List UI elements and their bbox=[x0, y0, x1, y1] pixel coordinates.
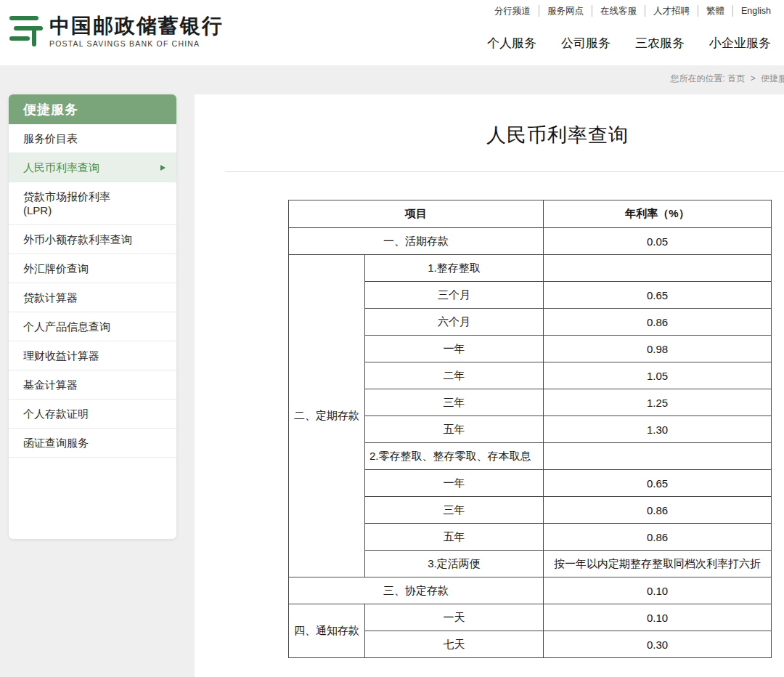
row-rate: 0.86 bbox=[544, 497, 772, 524]
table-header-row: 项目 年利率（%） bbox=[289, 200, 772, 228]
top-header: 中国邮政储蓄银行 POSTAL SAVINGS BANK OF CHINA 分行… bbox=[0, 0, 784, 65]
row-rate: 0.65 bbox=[544, 470, 772, 497]
sidebar-item-label: 个人产品信息查询 bbox=[23, 320, 110, 333]
sidebar-item-rmb-rates[interactable]: 人民币利率查询 bbox=[9, 153, 176, 182]
row-label: 六个月 bbox=[365, 309, 544, 336]
bank-name-chinese: 中国邮政储蓄银行 bbox=[49, 15, 224, 38]
row-rate: 1.05 bbox=[544, 362, 772, 389]
title-divider bbox=[225, 171, 784, 172]
row-label: 五年 bbox=[365, 416, 544, 443]
row-rate: 0.30 bbox=[544, 631, 772, 658]
nav-small-business-services[interactable]: 小企业服务 bbox=[709, 35, 771, 52]
interest-rate-table: 项目 年利率（%） 一、活期存款 0.05 二、定期存款 1.整存整取 三个月 … bbox=[288, 200, 772, 658]
row-label: 一年 bbox=[365, 336, 544, 362]
content-area: 您所在的位置: 首页 > 便捷服务 便捷服务 服务价目表 人民币利率查询 贷款市… bbox=[0, 65, 784, 677]
sidebar-item-lpr[interactable]: 贷款市场报价利率 (LPR) bbox=[9, 182, 176, 225]
sidebar-item-label: 理财收益计算器 bbox=[23, 349, 99, 362]
table-row: 二、定期存款 1.整存整取 bbox=[289, 255, 772, 282]
row-rate bbox=[544, 255, 772, 282]
row-rate: 按一年以内定期整存整取同档次利率打六折 bbox=[544, 551, 772, 577]
utility-links: 分行频道 服务网点 在线客服 人才招聘 繁體 English bbox=[486, 5, 771, 17]
row-label: 1.整存整取 bbox=[365, 255, 544, 282]
sidebar-item-wealth-calculator[interactable]: 理财收益计算器 bbox=[9, 341, 176, 370]
sidebar-item-label: 外汇牌价查询 bbox=[23, 262, 89, 275]
table-row: 四、通知存款 一天 0.10 bbox=[289, 604, 772, 631]
sidebar-item-label: 人民币利率查询 bbox=[23, 161, 99, 174]
sidebar-item-exchange-rates[interactable]: 外汇牌价查询 bbox=[9, 254, 176, 283]
row-rate: 0.10 bbox=[544, 577, 772, 604]
row-label: 三、协定存款 bbox=[289, 577, 544, 604]
sidebar-item-label: 贷款市场报价利率 (LPR) bbox=[23, 190, 110, 216]
top-link-recruitment[interactable]: 人才招聘 bbox=[645, 5, 698, 17]
table-row: 一、活期存款 0.05 bbox=[289, 228, 772, 255]
column-header-rate: 年利率（%） bbox=[544, 200, 772, 228]
row-label: 三年 bbox=[365, 389, 544, 416]
row-label: 2.零存整取、整存零取、存本取息 bbox=[365, 443, 544, 470]
sidebar-item-label: 个人存款证明 bbox=[23, 408, 89, 420]
row-rate: 1.25 bbox=[544, 389, 772, 416]
sidebar-item-price-list[interactable]: 服务价目表 bbox=[9, 124, 176, 153]
psbc-logo-icon bbox=[6, 10, 44, 52]
top-link-online-service[interactable]: 在线客服 bbox=[592, 5, 645, 17]
bank-name-english: POSTAL SAVINGS BANK OF CHINA bbox=[49, 39, 224, 48]
nav-rural-services[interactable]: 三农服务 bbox=[635, 35, 685, 52]
sidebar-item-label: 服务价目表 bbox=[23, 132, 78, 145]
sidebar-item-label: 基金计算器 bbox=[23, 378, 78, 391]
breadcrumb-home-link[interactable]: 首页 bbox=[727, 73, 745, 84]
table-row: 三、协定存款 0.10 bbox=[289, 577, 772, 604]
breadcrumb-prefix: 您所在的位置: bbox=[671, 73, 725, 84]
bank-logo-link[interactable]: 中国邮政储蓄银行 POSTAL SAVINGS BANK OF CHINA bbox=[6, 10, 224, 52]
sidebar-item-personal-products[interactable]: 个人产品信息查询 bbox=[9, 312, 176, 341]
top-link-service-outlets[interactable]: 服务网点 bbox=[539, 5, 592, 17]
group-label: 四、通知存款 bbox=[289, 604, 365, 658]
row-label: 三年 bbox=[365, 497, 544, 524]
row-rate: 0.05 bbox=[544, 228, 772, 255]
row-rate: 0.10 bbox=[544, 604, 772, 631]
row-label: 五年 bbox=[365, 524, 544, 551]
sidebar-item-fund-calculator[interactable]: 基金计算器 bbox=[9, 370, 176, 400]
row-label: 三个月 bbox=[365, 282, 544, 309]
row-label: 七天 bbox=[365, 631, 544, 658]
breadcrumb-current-link[interactable]: 便捷服务 bbox=[761, 73, 784, 84]
top-link-branch-channel[interactable]: 分行频道 bbox=[486, 5, 539, 17]
row-rate: 0.86 bbox=[544, 524, 772, 551]
sidebar-item-label: 外币小额存款利率查询 bbox=[23, 233, 132, 246]
row-rate: 0.98 bbox=[544, 336, 772, 362]
sidebar: 便捷服务 服务价目表 人民币利率查询 贷款市场报价利率 (LPR) 外币小额存款… bbox=[9, 94, 176, 539]
top-link-traditional-chinese[interactable]: 繁體 bbox=[698, 5, 732, 17]
nav-corporate-services[interactable]: 公司服务 bbox=[561, 35, 611, 52]
primary-nav: 个人服务 公司服务 三农服务 小企业服务 bbox=[487, 35, 771, 52]
row-label: 3.定活两便 bbox=[365, 551, 544, 577]
row-label: 一天 bbox=[365, 604, 544, 631]
main-panel: 人民币利率查询 项目 年利率（%） 一、活期存款 0.05 二、定期存款 1.整… bbox=[195, 94, 784, 677]
breadcrumb-separator: > bbox=[748, 73, 759, 84]
sidebar-item-label: 贷款计算器 bbox=[23, 291, 78, 304]
sidebar-item-deposit-certificate[interactable]: 个人存款证明 bbox=[9, 400, 176, 429]
sidebar-item-confirmation-service[interactable]: 函证查询服务 bbox=[9, 429, 176, 458]
row-label: 一年 bbox=[365, 470, 544, 497]
row-label: 一、活期存款 bbox=[289, 228, 544, 255]
page-title: 人民币利率查询 bbox=[195, 121, 784, 150]
row-rate: 0.65 bbox=[544, 282, 772, 309]
active-arrow-icon bbox=[160, 165, 166, 171]
row-label: 二年 bbox=[365, 362, 544, 389]
row-rate: 1.30 bbox=[544, 416, 772, 443]
sidebar-item-loan-calculator[interactable]: 贷款计算器 bbox=[9, 283, 176, 312]
sidebar-item-foreign-currency-rates[interactable]: 外币小额存款利率查询 bbox=[9, 225, 176, 254]
group-label: 二、定期存款 bbox=[289, 255, 365, 577]
column-header-item: 项目 bbox=[289, 200, 544, 228]
row-rate bbox=[544, 443, 772, 470]
sidebar-item-label: 函证查询服务 bbox=[23, 437, 89, 449]
top-link-english[interactable]: English bbox=[733, 5, 771, 17]
row-rate: 0.86 bbox=[544, 309, 772, 336]
nav-personal-services[interactable]: 个人服务 bbox=[487, 35, 536, 52]
breadcrumb: 您所在的位置: 首页 > 便捷服务 bbox=[671, 73, 784, 85]
sidebar-title: 便捷服务 bbox=[9, 94, 176, 124]
